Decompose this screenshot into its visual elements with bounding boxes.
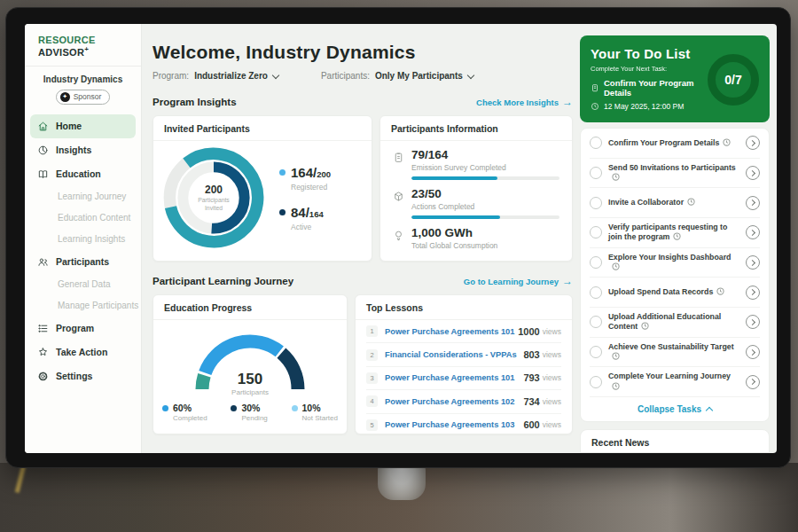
filters-row: Program: Industrialize Zero Participants… — [153, 71, 573, 81]
sidebar-item-education[interactable]: Education — [25, 162, 141, 186]
task-open-button[interactable] — [746, 166, 760, 180]
sponsor-badge[interactable]: ✦ Sponsor — [56, 90, 111, 105]
sidebar-item-education-content[interactable]: Education Content — [25, 207, 141, 229]
sidebar-item-program[interactable]: Program — [25, 317, 141, 340]
task-row[interactable]: Explore Your Insights Dashboard — [590, 248, 760, 278]
sidebar-item-learning-journey[interactable]: Learning Journey — [25, 186, 141, 207]
task-checkbox[interactable] — [590, 256, 602, 269]
lesson-row: 2 Financial Considerations - VPPAs 803 v… — [366, 343, 561, 366]
lessons-list: 1 Power Purchase Agreements 101 1000 vie… — [356, 320, 572, 434]
task-row[interactable]: Verify participants requesting to join t… — [590, 218, 760, 248]
todo-due-date: 12 May 2025, 12:00 PM — [591, 102, 708, 111]
sidebar-item-learning-insights[interactable]: Learning Insights — [25, 229, 141, 250]
task-open-button[interactable] — [746, 225, 760, 239]
sidebar: RESOURCE ADVISOR+ Industry Dynamics ✦ Sp… — [25, 24, 142, 453]
invited-legend: 164/200 Registered 84/164 Active — [279, 165, 331, 231]
program-filter-value: Industrialize Zero — [194, 71, 268, 81]
content-area: Welcome, Industry Dynamics Program: Indu… — [142, 24, 777, 453]
legend-not-started: 10% Not Started — [292, 403, 338, 422]
task-row[interactable]: Achieve One Sustainability Target — [590, 338, 760, 368]
participants-icon — [37, 256, 49, 268]
lesson-link[interactable]: Power Purchase Agreements 101 — [385, 327, 518, 336]
todo-progress-ring: 0/7 — [708, 54, 759, 106]
task-row[interactable]: Upload Spend Data Records — [590, 278, 760, 308]
recent-news-title: Recent News — [581, 430, 769, 453]
sidebar-item-manage-participants[interactable]: Manage Participants — [25, 295, 141, 317]
lesson-link[interactable]: Power Purchase Agreements 103 — [385, 420, 523, 429]
collapse-tasks-link[interactable]: Collapse Tasks — [590, 397, 760, 421]
active-dot — [279, 209, 286, 215]
lesson-link[interactable]: Financial Considerations - VPPAs — [385, 350, 523, 359]
logo-resource: RESOURCE — [38, 35, 96, 45]
education-progress-title: Education Progress — [153, 295, 347, 320]
take-action-icon — [37, 347, 49, 358]
program-icon — [37, 323, 49, 334]
task-row[interactable]: Confirm Your Program Details — [590, 129, 760, 159]
global-consumption-row: 1,000 GWh Total Global Consumption — [393, 227, 559, 250]
task-checkbox[interactable] — [590, 376, 602, 388]
task-checkbox[interactable] — [590, 197, 602, 209]
arrow-right-icon: → — [562, 275, 573, 287]
task-checkbox[interactable] — [590, 346, 602, 358]
check-more-insights-link[interactable]: Check More Insights → — [476, 96, 573, 108]
go-to-learning-journey-link[interactable]: Go to Learning Journey → — [464, 275, 573, 287]
education-progress-card: Education Progress 150 Participants — [153, 294, 348, 434]
participants-filter-value: Only My Participants — [375, 71, 463, 81]
clock-icon — [673, 232, 681, 240]
todo-card: Your To Do List Complete Your Next Task:… — [580, 35, 770, 122]
task-row[interactable]: Upload Additional Educational Content — [590, 308, 760, 338]
education-gauge-chart: 150 Participants — [188, 327, 312, 396]
invited-donut-chart: 200 ParticipantsInvited — [160, 145, 267, 251]
task-checkbox[interactable] — [590, 316, 602, 328]
todo-subtitle: Complete Your Next Task: — [591, 65, 708, 73]
task-row[interactable]: Invite a Collaborator — [590, 188, 760, 218]
lesson-link[interactable]: Power Purchase Agreements 102 — [385, 397, 523, 406]
task-checkbox[interactable] — [590, 167, 602, 179]
legend-active: 84/164 Active — [279, 205, 331, 231]
sidebar-item-take-action[interactable]: Take Action — [25, 340, 141, 364]
participants-filter[interactable]: Participants: Only My Participants — [321, 71, 473, 81]
task-row[interactable]: Complete Your Learning Journey — [590, 367, 760, 397]
sidebar-item-participants[interactable]: Participants — [25, 250, 141, 274]
task-open-button[interactable] — [746, 136, 760, 150]
sidebar-item-general-data[interactable]: General Data — [25, 274, 141, 295]
invited-participants-title: Invited Participants — [153, 116, 372, 141]
program-filter[interactable]: Program: Industrialize Zero — [153, 71, 278, 81]
journey-cards-row: Education Progress 150 Participants — [153, 294, 573, 434]
task-open-button[interactable] — [746, 375, 760, 389]
task-checkbox[interactable] — [590, 137, 602, 149]
task-open-button[interactable] — [746, 315, 760, 329]
lesson-row: 4 Power Purchase Agreements 102 734 view… — [366, 390, 561, 413]
sidebar-item-home[interactable]: Home — [30, 114, 136, 138]
task-checkbox[interactable] — [590, 286, 602, 299]
not-started-dot — [292, 405, 298, 411]
sidebar-item-insights[interactable]: Insights — [25, 138, 141, 162]
sponsor-icon: ✦ — [60, 92, 70, 102]
clock-icon — [687, 198, 695, 206]
clipboard-icon — [591, 83, 599, 92]
app-window: RESOURCE ADVISOR+ Industry Dynamics ✦ Sp… — [25, 24, 777, 453]
monitor-bezel: RESOURCE ADVISOR+ Industry Dynamics ✦ Sp… — [5, 7, 791, 468]
todo-next-task: Confirm Your Program Details — [591, 78, 708, 98]
task-open-button[interactable] — [746, 345, 760, 359]
lesson-row: 3 Power Purchase Agreements 101 793 view… — [366, 367, 561, 390]
task-open-button[interactable] — [746, 255, 760, 270]
emission-survey-row: 79/164 Emission Survey Completed — [393, 149, 559, 180]
task-open-button[interactable] — [746, 196, 760, 210]
emission-survey-progressbar — [411, 176, 559, 180]
lesson-rank: 5 — [366, 419, 378, 431]
lesson-link[interactable]: Power Purchase Agreements 101 — [385, 373, 523, 382]
chevron-down-icon — [272, 71, 279, 78]
clock-icon — [612, 352, 620, 360]
legend-registered: 164/200 Registered — [279, 165, 331, 192]
tasks-card: Confirm Your Program Details Send 50 Inv… — [580, 128, 770, 422]
insights-cards-row: Invited Participants 200 Partic — [153, 115, 573, 262]
task-checkbox[interactable] — [590, 226, 602, 239]
home-icon — [37, 121, 49, 132]
cube-icon — [393, 191, 404, 202]
sponsor-label: Sponsor — [74, 92, 102, 101]
task-open-button[interactable] — [746, 286, 760, 300]
legend-completed: 60% Completed — [162, 403, 207, 422]
sidebar-item-settings[interactable]: Settings — [25, 364, 141, 388]
task-row[interactable]: Send 50 Invitations to Participants — [590, 159, 760, 189]
